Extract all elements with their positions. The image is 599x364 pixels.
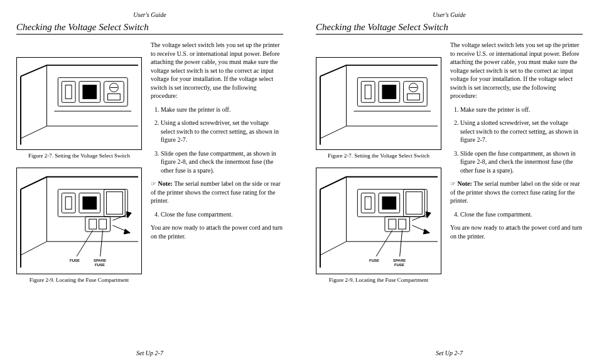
- section-title: Checking the Voltage Select Switch: [16, 22, 283, 33]
- svg-rect-39: [404, 190, 425, 217]
- figures-column: Figure 2-7. Setting the Voltage Select S…: [316, 41, 441, 292]
- step-3: Slide open the fuse compartment, as show…: [161, 149, 283, 175]
- spare-fuse-label: SPARE FUSE: [393, 259, 406, 267]
- figure-2-7: [16, 57, 142, 150]
- figure-2-7-caption: Figure 2-7. Setting the Voltage Select S…: [316, 153, 441, 159]
- voltage-switch-illustration: [316, 58, 441, 150]
- procedure-steps: Make sure the printer is off. Using a sl…: [151, 105, 283, 175]
- svg-rect-35: [361, 193, 375, 213]
- fuse-label: FUSE: [70, 259, 80, 263]
- page-footer: Set Up 2-7: [300, 350, 599, 356]
- pointing-hand-icon: ☞: [450, 180, 456, 187]
- spare-fuse-label-line1: SPARE: [94, 259, 106, 262]
- figure-2-9: FUSE SPARE FUSE: [316, 168, 441, 274]
- figure-2-7-caption: Figure 2-7. Setting the Voltage Select S…: [16, 153, 142, 159]
- svg-rect-38: [382, 197, 396, 210]
- svg-rect-25: [361, 82, 375, 103]
- figure-2-7: [316, 57, 441, 150]
- fuse-label: FUSE: [369, 259, 379, 263]
- svg-rect-26: [365, 85, 371, 99]
- svg-rect-43: [399, 219, 406, 229]
- note-label: Note:: [458, 180, 472, 187]
- page-footer: Set Up 2-7: [0, 350, 300, 356]
- figures-column: Figure 2-7. Setting the Voltage Select S…: [16, 41, 142, 292]
- spare-fuse-label-line2: FUSE: [95, 263, 105, 267]
- figure-2-9-caption: Figure 2-9. Locating the Fuse Compartmen…: [16, 277, 142, 283]
- closing-paragraph: You are now ready to attach the power co…: [450, 223, 583, 240]
- svg-rect-28: [382, 85, 396, 99]
- content-columns: Figure 2-7. Setting the Voltage Select S…: [16, 41, 283, 292]
- text-column: The voltage select switch lets you set u…: [151, 41, 283, 292]
- svg-marker-20: [124, 229, 130, 234]
- section-title: Checking the Voltage Select Switch: [316, 22, 583, 33]
- content-columns: Figure 2-7. Setting the Voltage Select S…: [316, 41, 583, 292]
- svg-marker-21: [126, 211, 131, 218]
- procedure-steps-cont: Close the fuse compartment.: [151, 210, 283, 219]
- section-rule: [316, 34, 583, 35]
- page-left: User's Guide Checking the Voltage Select…: [0, 0, 300, 364]
- svg-marker-44: [423, 229, 429, 234]
- running-head: User's Guide: [16, 11, 283, 18]
- step-4: Close the fuse compartment.: [460, 210, 583, 219]
- figure-2-9: FUSE SPARE FUSE: [16, 168, 142, 274]
- step-2: Using a slotted screwdriver, set the vol…: [460, 119, 583, 144]
- svg-rect-2: [65, 85, 72, 99]
- pointing-hand-icon: ☞: [151, 180, 156, 187]
- svg-rect-16: [107, 192, 123, 215]
- step-2: Using a slotted screwdriver, set the vol…: [161, 119, 283, 144]
- closing-paragraph: You are now ready to attach the power co…: [151, 223, 283, 240]
- figure-2-9-caption: Figure 2-9. Locating the Fuse Compartmen…: [316, 277, 441, 283]
- spare-fuse-label-line1: SPARE: [393, 259, 406, 262]
- step-3: Slide open the fuse compartment, as show…: [460, 149, 583, 175]
- voltage-switch-illustration: [17, 58, 141, 150]
- svg-line-47: [400, 230, 402, 257]
- svg-rect-12: [65, 197, 72, 210]
- svg-line-22: [77, 230, 93, 257]
- svg-line-46: [376, 230, 392, 257]
- svg-rect-42: [389, 219, 396, 229]
- intro-paragraph: The voltage select switch lets you set u…: [151, 41, 283, 100]
- running-head: User's Guide: [316, 11, 583, 18]
- svg-rect-14: [83, 197, 97, 210]
- procedure-steps: Make sure the printer is off. Using a sl…: [450, 105, 583, 175]
- note: ☞ Note: The serial number label on the s…: [151, 179, 283, 205]
- svg-rect-40: [406, 192, 423, 215]
- svg-rect-1: [62, 82, 75, 103]
- page-spread: User's Guide Checking the Voltage Select…: [0, 0, 599, 364]
- page-right: User's Guide Checking the Voltage Select…: [300, 0, 599, 364]
- svg-rect-4: [83, 85, 97, 99]
- svg-rect-15: [104, 190, 126, 217]
- step-1: Make sure the printer is off.: [460, 105, 583, 114]
- svg-marker-45: [426, 211, 431, 218]
- svg-rect-11: [62, 193, 75, 213]
- svg-rect-18: [89, 219, 97, 229]
- svg-rect-8: [108, 94, 121, 100]
- spare-fuse-label-line2: FUSE: [394, 263, 404, 267]
- svg-line-23: [100, 230, 103, 257]
- note-label: Note:: [158, 180, 173, 187]
- intro-paragraph: The voltage select switch lets you set u…: [450, 41, 583, 100]
- section-rule: [16, 34, 283, 35]
- spare-fuse-label: SPARE FUSE: [94, 259, 106, 267]
- svg-rect-32: [407, 94, 420, 100]
- text-column: The voltage select switch lets you set u…: [450, 41, 583, 292]
- step-1: Make sure the printer is off.: [161, 105, 283, 114]
- svg-rect-19: [99, 219, 107, 229]
- svg-rect-36: [365, 197, 371, 210]
- procedure-steps-cont: Close the fuse compartment.: [450, 210, 583, 219]
- note: ☞ Note: The serial number label on the s…: [450, 179, 583, 205]
- step-4: Close the fuse compartment.: [161, 210, 283, 219]
